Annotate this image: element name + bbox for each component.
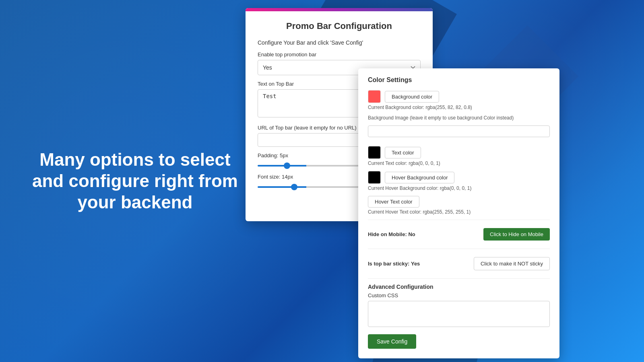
hover-text-current-value: Current Hover Text color: rgba(255, 255,… <box>368 209 550 215</box>
divider-1 <box>368 220 550 220</box>
panel-top-bar <box>246 8 433 11</box>
hide-mobile-row: Hide on Mobile: No Click to Hide on Mobi… <box>368 225 550 244</box>
divider-3 <box>368 278 550 279</box>
hide-on-mobile-button[interactable]: Click to Hide on Mobile <box>483 228 550 241</box>
custom-css-input[interactable] <box>368 301 550 327</box>
promo-panel-subtitle: Configure Your Bar and click 'Save Confi… <box>258 39 421 46</box>
color-panel-title: Color Settings <box>368 76 550 84</box>
hide-mobile-label: Hide on Mobile: No <box>368 231 415 237</box>
divider-2 <box>368 249 550 249</box>
bg-image-input[interactable] <box>368 125 550 137</box>
enable-bar-label: Enable top promotion bar <box>258 51 421 58</box>
color-settings-panel: Color Settings Background color Current … <box>358 68 559 358</box>
custom-css-label: Custom CSS <box>368 292 550 298</box>
not-sticky-button[interactable]: Click to make it NOT sticky <box>474 257 550 270</box>
hero-headline: Many options to select and configure rig… <box>32 149 238 213</box>
advanced-config-section: Advanced Configuration Custom CSS <box>368 284 550 329</box>
bg-color-button[interactable]: Background color <box>385 91 439 103</box>
sticky-row: Is top bar sticky: Yes Click to make it … <box>368 254 550 274</box>
bg-color-swatch <box>368 90 381 103</box>
text-color-button[interactable]: Text color <box>385 147 421 158</box>
bg-image-label: Background Image (leave it empty to use … <box>368 115 550 121</box>
save-config-button[interactable]: Save Config <box>368 334 416 349</box>
text-color-swatch <box>368 146 381 159</box>
bg-color-current-value: Current Background color: rgba(255, 82, … <box>368 105 550 110</box>
hover-text-button[interactable]: Hover Text color <box>368 196 419 208</box>
hover-bg-swatch <box>368 171 381 184</box>
advanced-title: Advanced Configuration <box>368 284 550 290</box>
sticky-label: Is top bar sticky: Yes <box>368 261 420 267</box>
hover-bg-current-value: Current Hover Background color: rgba(0, … <box>368 185 550 191</box>
promo-panel-title: Promo Bar Configuration <box>258 21 421 31</box>
hover-bg-button[interactable]: Hover Background color <box>385 172 454 183</box>
text-color-current-value: Current Text color: rgba(0, 0, 0, 1) <box>368 160 550 166</box>
